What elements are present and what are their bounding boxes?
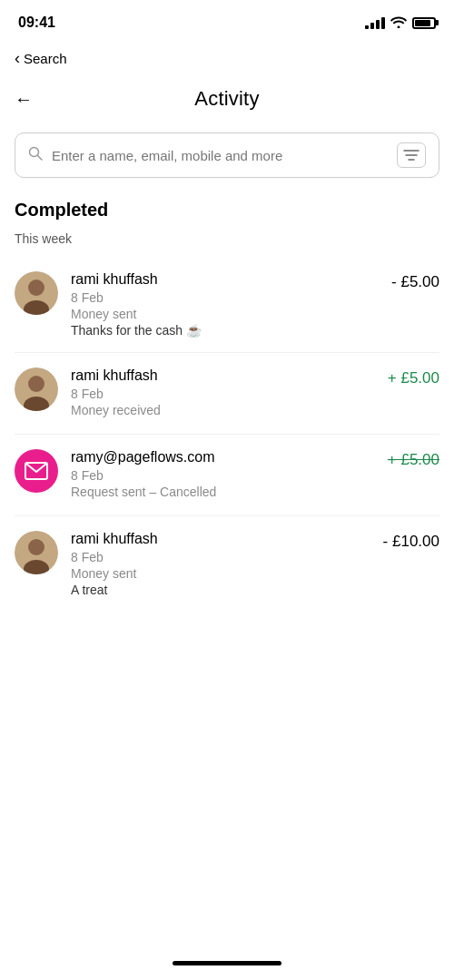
filter-button[interactable]	[397, 142, 426, 168]
back-arrow-icon: ‹	[15, 50, 20, 66]
transaction-item[interactable]: rami khuffash 8 Feb Money received + £5.…	[15, 353, 439, 435]
transaction-date: 8 Feb	[71, 550, 370, 564]
section-title: Completed	[15, 200, 439, 220]
transaction-type: Money sent	[71, 307, 379, 321]
transaction-date: 8 Feb	[71, 387, 375, 401]
nav-bar: ‹ Search	[0, 40, 454, 80]
avatar	[15, 271, 58, 315]
svg-point-13	[28, 539, 44, 555]
transaction-details: rami khuffash 8 Feb Money received	[71, 368, 375, 419]
transaction-name: rami khuffash	[71, 531, 370, 547]
avatar-email	[15, 449, 58, 493]
transaction-date: 8 Feb	[71, 290, 379, 305]
back-label: Search	[24, 51, 67, 66]
status-time: 09:41	[18, 15, 55, 31]
transaction-amount: + £5.00	[388, 449, 439, 469]
avatar	[15, 368, 58, 411]
transaction-amount: - £10.00	[383, 531, 439, 551]
transaction-note: A treat	[71, 583, 370, 597]
transaction-amount: + £5.00	[388, 368, 439, 387]
transaction-name: rami khuffash	[71, 368, 375, 384]
transaction-amount: - £5.00	[391, 271, 439, 291]
status-bar: 09:41	[0, 0, 454, 40]
svg-line-1	[38, 156, 43, 161]
signal-icon	[365, 17, 385, 29]
section-header: Completed This week	[0, 200, 454, 257]
transaction-details: rami khuffash 8 Feb Money sent A treat	[71, 531, 370, 597]
transaction-type: Money sent	[71, 566, 370, 581]
search-bar	[15, 132, 439, 178]
search-icon	[28, 146, 43, 164]
transaction-item[interactable]: rami khuffash 8 Feb Money sent Thanks fo…	[15, 257, 439, 353]
transaction-item[interactable]: rami khuffash 8 Feb Money sent A treat -…	[15, 516, 439, 612]
search-input[interactable]	[52, 148, 397, 163]
week-label: This week	[15, 231, 439, 246]
transaction-details: rami khuffash 8 Feb Money sent Thanks fo…	[71, 271, 379, 338]
back-button[interactable]: ‹ Search	[15, 50, 67, 66]
transaction-name: rami khuffash	[71, 271, 379, 288]
wifi-icon	[390, 15, 407, 31]
home-indicator	[173, 961, 281, 965]
battery-icon	[412, 17, 436, 29]
page-header: ← Activity	[0, 80, 454, 125]
transaction-date: 8 Feb	[71, 468, 375, 483]
back-left-arrow: ←	[15, 89, 33, 109]
svg-point-9	[28, 376, 44, 392]
back-icon-left[interactable]: ←	[15, 89, 33, 110]
transaction-type: Money received	[71, 403, 375, 417]
page-title: Activity	[194, 87, 259, 111]
transaction-details: ramy@pageflows.com 8 Feb Request sent – …	[71, 449, 375, 501]
transaction-item[interactable]: ramy@pageflows.com 8 Feb Request sent – …	[15, 435, 439, 516]
status-icons	[365, 15, 436, 31]
avatar	[15, 531, 58, 574]
transaction-name: ramy@pageflows.com	[71, 449, 375, 466]
transaction-type: Request sent – Cancelled	[71, 485, 375, 499]
transaction-note: Thanks for the cash ☕	[71, 323, 379, 338]
transactions-list: rami khuffash 8 Feb Money sent Thanks fo…	[0, 257, 454, 612]
svg-point-6	[28, 279, 44, 296]
